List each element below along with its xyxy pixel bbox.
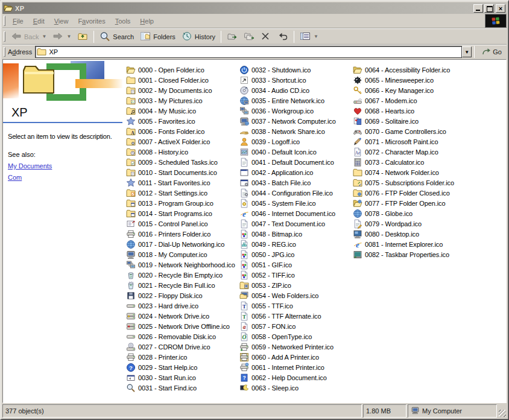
file-item[interactable]: 0073 - Calculator.ico (353, 157, 466, 167)
views-dropdown-arrow[interactable]: ▼ (314, 34, 318, 39)
back-dropdown-arrow[interactable]: ▼ (42, 34, 46, 39)
menu-tools[interactable]: Tools (110, 16, 136, 27)
file-item[interactable]: 0044 - Configuration File.ico (239, 188, 353, 198)
file-item[interactable]: a0057 - FON.ico (239, 321, 353, 331)
file-item[interactable]: 0007 - ActiveX Folder.ico (126, 136, 239, 147)
file-item[interactable]: 0017 - Dial-Up Networking.ico (126, 239, 239, 249)
move-to-button[interactable] (224, 30, 241, 44)
file-item[interactable]: 0013 - Program Group.ico (126, 198, 239, 208)
folders-button[interactable]: Folders (137, 30, 179, 44)
file-item[interactable]: 0026 - Removable Disk.ico (126, 331, 239, 342)
file-item[interactable]: 0021 - Recycle Bin Full.ico (126, 280, 239, 290)
link-com[interactable]: Com (8, 174, 118, 181)
file-item[interactable]: A0006 - Fonts Folder.ico (126, 126, 239, 136)
undo-button[interactable] (274, 30, 291, 44)
file-item[interactable]: 0066 - Key Manager.ico (353, 85, 466, 95)
file-item[interactable]: 0039 - Logoff.ico (239, 136, 353, 147)
file-item[interactable]: 0018 - My Computer.ico (126, 249, 239, 259)
file-item[interactable]: 0053 - ZIP.ico (239, 280, 353, 290)
address-dropdown-button[interactable]: ▼ (462, 46, 472, 57)
file-item[interactable]: 0075 - Subscriptions Folder.ico (353, 177, 466, 188)
views-button[interactable]: ▼ (297, 30, 321, 44)
file-item[interactable]: 0065 - Minesweeper.ico (353, 75, 466, 85)
history-button[interactable]: History (179, 30, 218, 44)
minimize-button[interactable] (473, 4, 483, 13)
addressbar-grip[interactable] (4, 47, 5, 56)
file-item[interactable]: 0042 - Application.ico (239, 167, 353, 177)
file-item[interactable]: 0052 - TIFF.ico (239, 270, 353, 280)
file-item[interactable]: ?0062 - Help Document.ico (239, 372, 353, 383)
file-item[interactable]: 0061 - Internet Printer.ico (239, 362, 353, 372)
file-item[interactable]: 0033 - Shortcut.ico (239, 75, 353, 85)
file-item[interactable]: 0051 - GIF.ico (239, 259, 353, 270)
menu-file[interactable]: File (8, 16, 28, 27)
file-item[interactable]: 0041 - Default Document.ico (239, 157, 353, 167)
file-item[interactable]: 0023 - Hard drive.ico (126, 301, 239, 311)
copy-to-button[interactable] (241, 30, 258, 44)
file-item[interactable]: 0031 - Start Find.ico (126, 383, 239, 393)
search-button[interactable]: Search (96, 30, 137, 44)
back-button[interactable]: Back▼ (8, 30, 49, 44)
file-item[interactable]: 0005 - Favorites.ico (126, 116, 239, 126)
file-item[interactable]: 0049 - REG.ico (239, 239, 353, 249)
go-button[interactable]: Go (477, 45, 507, 59)
file-item[interactable]: 0022 - Floppy Disk.ico (126, 290, 239, 301)
title-bar[interactable]: XP × (2, 2, 507, 14)
file-item[interactable]: 0069 - Solitaire.ico (353, 116, 466, 126)
file-item[interactable]: 0032 - Shutdown.ico (239, 65, 353, 75)
file-item[interactable]: 0040 - Default Icon.ico (239, 147, 353, 157)
file-item[interactable]: 0045 - System File.ico (239, 198, 353, 208)
file-item[interactable]: 0080 - Desktop.ico (353, 229, 466, 239)
link-my-documents[interactable]: My Documents (8, 162, 118, 170)
file-item[interactable]: 0036 - Workgroup.ico (239, 106, 353, 116)
address-input[interactable]: XP (35, 46, 462, 58)
close-button[interactable]: × (496, 4, 505, 13)
file-item[interactable]: 0043 - Batch File.ico (239, 177, 353, 188)
maximize-button[interactable] (484, 4, 494, 13)
file-item[interactable]: 0015 - Control Panel.ico (126, 218, 239, 229)
file-item[interactable]: 0077 - FTP Folder Open.ico (353, 198, 466, 208)
file-item[interactable]: 0067 - Modem.ico (353, 95, 466, 106)
file-item[interactable]: T0055 - TTF.ico (239, 301, 353, 311)
file-item[interactable]: 0070 - Game Controllers.ico (353, 126, 466, 136)
file-item[interactable]: 0011 - Start Favorites.ico (126, 177, 239, 188)
file-item[interactable]: 0054 - Web Folders.ico (239, 290, 353, 301)
file-item[interactable]: 0024 - Network Drive.ico (126, 311, 239, 321)
file-item[interactable]: O0058 - OpenType.ico (239, 331, 353, 342)
delete-button[interactable] (258, 30, 274, 44)
file-item[interactable]: 0004 - My Music.ico (126, 106, 239, 116)
file-item[interactable]: 0068 - Hearts.ico (353, 106, 466, 116)
file-item[interactable]: 0034 - Audio CD.ico (239, 85, 353, 95)
file-item[interactable]: 0082 - Taskbar Properties.ico (353, 249, 466, 259)
file-item[interactable]: 0060 - Add A Printer.ico (239, 352, 353, 362)
file-item[interactable]: 0020 - Recycle Bin Empty.ico (126, 270, 239, 280)
menubar-grip[interactable] (4, 16, 5, 25)
file-item[interactable]: 0064 - Accessibility Folder.ico (353, 65, 466, 75)
file-item[interactable]: 0079 - Wordpad.ico (353, 218, 466, 229)
file-item[interactable]: 0025 - Network Drive Offline.ico (126, 321, 239, 331)
file-item[interactable]: 0035 - Entire Network.ico (239, 95, 353, 106)
file-item[interactable]: ?0029 - Start Help.ico (126, 362, 239, 372)
forward-button[interactable]: ▼ (49, 30, 74, 44)
file-item[interactable]: 0030 - Start Run.ico (126, 372, 239, 383)
up-button[interactable] (74, 30, 91, 44)
file-item[interactable]: 0016 - Printers Folder.ico (126, 229, 239, 239)
menu-edit[interactable]: Edit (28, 16, 49, 27)
file-item[interactable]: 0001 - Closed Folder.ico (126, 75, 239, 85)
file-item[interactable]: 0048 - Bitmap.ico (239, 229, 353, 239)
file-item[interactable]: 0050 - JPG.ico (239, 249, 353, 259)
file-item[interactable]: 0019 - Network Neighborhood.ico (126, 259, 239, 270)
file-item[interactable]: 0000 - Open Folder.ico (126, 65, 239, 75)
file-item[interactable]: 0008 - History.ico (126, 147, 239, 157)
file-item[interactable]: 0076 - FTP Folder Closed.ico (353, 188, 466, 198)
file-item[interactable]: 0009 - Scheduled Tasks.ico (126, 157, 239, 167)
file-item[interactable]: 0003 - My Pictures.ico (126, 95, 239, 106)
forward-dropdown-arrow[interactable]: ▼ (66, 34, 71, 39)
file-item[interactable]: Aé0072 - Character Map.ico (353, 147, 466, 157)
resize-grip[interactable] (498, 404, 507, 418)
file-item[interactable]: 0027 - CDROM Drive.ico (126, 342, 239, 352)
file-item[interactable]: 0063 - Sleep.ico (239, 383, 353, 393)
toolbar-grip[interactable] (4, 31, 5, 42)
file-item[interactable]: 0074 - Network Folder.ico (353, 167, 466, 177)
file-item[interactable]: 0010 - Start Documents.ico (126, 167, 239, 177)
